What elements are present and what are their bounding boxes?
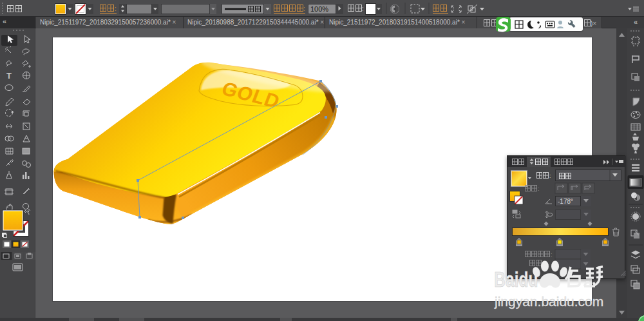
svg-text:Baidu: Baidu [494,267,538,291]
svg-text::: : [362,5,364,12]
svg-text::: : [551,251,553,258]
svg-text::: : [115,5,117,12]
svg-text:jingyan.baidu.com: jingyan.baidu.com [494,294,603,309]
svg-text:T: T [6,71,12,81]
svg-text::: : [303,5,305,12]
svg-text:100%: 100% [310,5,328,13]
